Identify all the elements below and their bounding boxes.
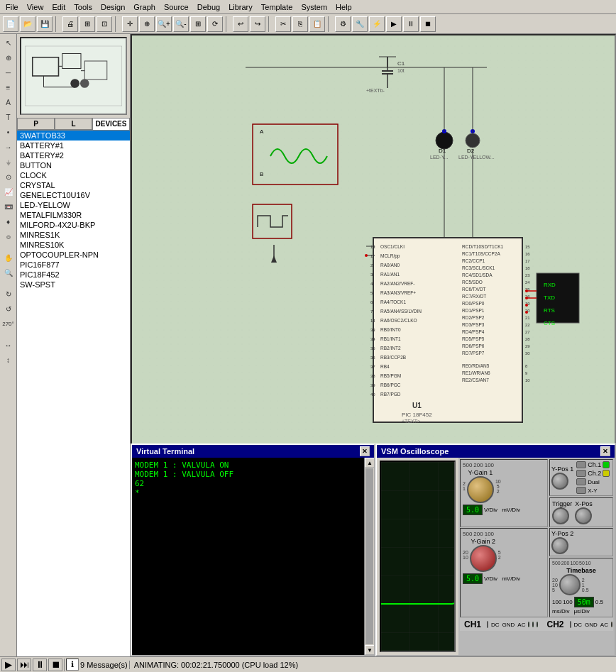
open-button[interactable]: 📂 <box>20 16 35 32</box>
lt-select[interactable]: ↖ <box>1 35 16 50</box>
vt-scrollbar[interactable]: ▲ ▼ <box>364 458 374 655</box>
tb-btn-12[interactable]: 📋 <box>309 16 325 32</box>
ch1-dc[interactable] <box>487 621 488 628</box>
device-item-9[interactable]: MILFORD-4X2U-BKP <box>17 220 130 230</box>
menu-help[interactable]: Help <box>331 1 356 13</box>
tb-btn-14[interactable]: 🔧 <box>352 16 368 32</box>
lt-probe[interactable]: ⊙ <box>1 170 16 184</box>
tb-btn-13[interactable]: ⚙ <box>335 16 351 32</box>
ygain1-knob[interactable] <box>467 476 494 503</box>
save-button[interactable]: 💾 <box>37 16 53 32</box>
lt-wire[interactable]: ─ <box>1 65 16 79</box>
tb-btn-7[interactable]: ✛ <box>122 16 138 32</box>
device-item-5[interactable]: CRYSTAL <box>17 180 130 190</box>
lt-pan[interactable]: ✋ <box>1 250 16 265</box>
device-item-7[interactable]: LED-YELLOW <box>17 200 130 210</box>
zoom-fit-button[interactable]: ⊞ <box>190 16 206 32</box>
tb-btn-17[interactable]: ⏸ <box>403 16 419 32</box>
new-button[interactable]: 📄 <box>3 16 18 32</box>
device-item-15[interactable]: SW-SPST <box>17 280 130 290</box>
vt-titlebar[interactable]: Virtual Terminal ✕ <box>132 445 374 458</box>
device-item-10[interactable]: MINRES1K <box>17 230 130 240</box>
lt-bus[interactable]: ≡ <box>1 80 16 94</box>
xpos-knob[interactable] <box>575 507 592 524</box>
vt-scroll-up[interactable]: ▲ <box>365 458 374 468</box>
menu-view[interactable]: View <box>23 1 48 13</box>
device-item-0[interactable]: 3WATTOB33 <box>17 131 130 141</box>
osc-titlebar[interactable]: VSM Oscilloscope ✕ <box>377 445 615 458</box>
device-item-13[interactable]: PIC16F877 <box>17 260 130 270</box>
print-button[interactable]: 🖨 <box>62 16 78 32</box>
lt-component[interactable]: ⊕ <box>1 50 16 65</box>
menu-source[interactable]: Source <box>160 1 193 13</box>
device-item-2[interactable]: BATTERY#2 <box>17 150 130 160</box>
menu-graph[interactable]: Graph <box>129 1 160 13</box>
zoom-in-button[interactable]: 🔍+ <box>156 16 172 32</box>
timebase-knob[interactable] <box>559 574 581 595</box>
device-item-14[interactable]: PIC18F452 <box>17 270 130 280</box>
vt-content[interactable]: MODEM 1 : VALVULA ON MODEM 1 : VALVULA O… <box>132 458 364 655</box>
device-item-6[interactable]: GENELECT10U16V <box>17 190 130 200</box>
lt-junction[interactable]: • <box>1 125 16 139</box>
vt-close-button[interactable]: ✕ <box>360 446 370 456</box>
lt-rotate-ccw[interactable]: ↺ <box>1 302 16 316</box>
lt-graph[interactable]: 📈 <box>1 184 16 199</box>
tb-btn-9[interactable]: ⟳ <box>207 16 223 32</box>
trigger-knob[interactable] <box>552 507 569 524</box>
tb-btn-18[interactable]: ⏹ <box>420 16 436 32</box>
lt-power[interactable]: ⏚ <box>1 155 16 169</box>
tab-devices[interactable]: DEVICES <box>92 118 130 130</box>
ypos1-knob[interactable] <box>551 473 568 490</box>
device-item-3[interactable]: BUTTON <box>17 160 130 170</box>
device-item-11[interactable]: MINRES10K <box>17 240 130 250</box>
tb-btn-15[interactable]: ⚡ <box>369 16 385 32</box>
pause-button[interactable]: ⏸ <box>33 659 47 671</box>
undo-button[interactable]: ↩ <box>233 16 248 32</box>
menu-tools[interactable]: Tools <box>70 1 97 13</box>
device-list: 3WATTOB33 BATTERY#1 BATTERY#2 BUTTON CLO… <box>17 131 130 656</box>
menu-system[interactable]: System <box>297 1 331 13</box>
lt-bus2[interactable]: ⌾ <box>1 229 16 243</box>
ch2-bottom-label: CH2 <box>544 619 566 629</box>
osc-close-button[interactable]: ✕ <box>600 446 610 456</box>
menu-template[interactable]: Template <box>257 1 297 13</box>
tab-l[interactable]: L <box>55 118 92 130</box>
tb-btn-8[interactable]: ⊕ <box>139 16 155 32</box>
menu-library[interactable]: Library <box>224 1 257 13</box>
ch2-dc[interactable] <box>570 621 571 628</box>
play-button[interactable]: ▶ <box>1 659 16 671</box>
left-toolbar: ↖ ⊕ ─ ≡ A T • → ⏚ ⊙ 📈 📼 ♦ ⌾ ✋ 🔍 ↻ ↺ 270°… <box>0 34 17 656</box>
tb-btn-6[interactable]: ⊡ <box>97 16 112 32</box>
lt-tape[interactable]: 📼 <box>1 199 16 214</box>
stop-button[interactable]: ⏹ <box>48 659 62 671</box>
lt-rotate-cw[interactable]: ↻ <box>1 287 16 301</box>
device-item-12[interactable]: OPTOCOUPLER-NPN <box>17 250 130 260</box>
device-item-8[interactable]: METALFILM330R <box>17 210 130 220</box>
vt-scroll-down[interactable]: ▼ <box>365 645 374 655</box>
menu-debug[interactable]: Debug <box>193 1 224 13</box>
lt-gen[interactable]: ♦ <box>1 214 16 228</box>
redo-button[interactable]: ↪ <box>250 16 265 32</box>
menu-design[interactable]: Design <box>97 1 129 13</box>
device-item-4[interactable]: CLOCK <box>17 170 130 180</box>
ypos2-knob[interactable] <box>551 537 568 554</box>
tab-p[interactable]: P <box>17 118 55 130</box>
ygain2-knob[interactable] <box>470 545 497 572</box>
tb-btn-16[interactable]: ▶ <box>386 16 402 32</box>
lt-label[interactable]: A <box>1 95 16 109</box>
vt-scroll-thumb[interactable] <box>365 468 373 644</box>
menu-edit[interactable]: Edit <box>48 1 70 13</box>
lt-mirror-h[interactable]: ↔ <box>1 338 16 352</box>
zoom-out-button[interactable]: 🔍- <box>173 16 189 32</box>
lt-angle[interactable]: 270° <box>1 316 16 331</box>
lt-zoom-sel[interactable]: 🔍 <box>1 265 16 280</box>
tb-btn-5[interactable]: ⊞ <box>79 16 95 32</box>
lt-mirror-v[interactable]: ↕ <box>1 353 16 367</box>
lt-port[interactable]: → <box>1 140 16 154</box>
menu-file[interactable]: File <box>1 1 23 13</box>
lt-text[interactable]: T <box>1 110 16 124</box>
device-item-1[interactable]: BATTERY#1 <box>17 141 130 150</box>
step-button[interactable]: ⏭ <box>17 659 31 671</box>
tb-btn-10[interactable]: ✂ <box>275 16 291 32</box>
tb-btn-11[interactable]: ⎘ <box>292 16 308 32</box>
